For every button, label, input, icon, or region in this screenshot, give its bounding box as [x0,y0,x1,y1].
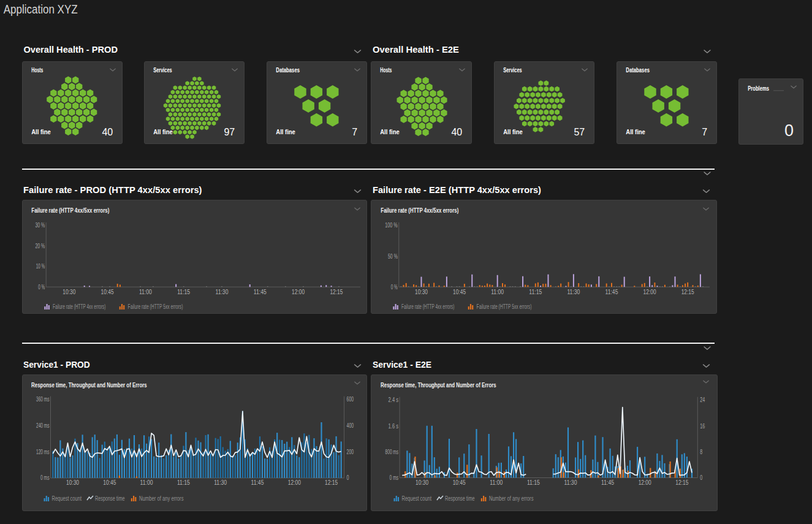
svg-text:30 %: 30 % [35,222,45,229]
svg-text:Request count: Request count [52,495,82,502]
svg-text:24: 24 [700,397,705,403]
svg-text:Services: Services [503,66,522,74]
svg-text:12:15: 12:15 [681,289,694,295]
svg-text:7: 7 [702,127,707,137]
svg-text:12:15: 12:15 [675,479,688,486]
svg-text:Databases: Databases [626,66,650,74]
svg-text:Failure rate - PROD (HTTP 4xx/: Failure rate - PROD (HTTP 4xx/5xx errors… [23,184,202,195]
svg-text:Failure rate (HTTP 4xx errors): Failure rate (HTTP 4xx errors) [401,303,455,310]
svg-text:Hosts: Hosts [31,66,43,74]
svg-text:All fine: All fine [626,128,645,135]
svg-text:10:45: 10:45 [101,289,114,295]
svg-text:10:45: 10:45 [453,479,466,486]
svg-text:10:30: 10:30 [415,479,428,486]
svg-text:Databases: Databases [276,66,300,74]
svg-text:Number of any errors: Number of any errors [489,495,534,502]
svg-text:57: 57 [574,127,585,137]
svg-text:Service1 - PROD: Service1 - PROD [23,359,90,370]
svg-text:12:00: 12:00 [639,479,651,486]
svg-text:11:30: 11:30 [214,479,227,486]
svg-text:Services: Services [153,66,172,74]
svg-text:800 ms: 800 ms [385,449,399,455]
svg-text:Failure rate (HTTP 5xx errors): Failure rate (HTTP 5xx errors) [128,303,183,310]
svg-text:0 ms: 0 ms [390,474,399,481]
svg-text:Overall Health - PROD: Overall Health - PROD [24,44,118,55]
svg-text:100 %: 100 % [385,222,398,229]
svg-text:Failure rate - E2E (HTTP 4xx/5: Failure rate - E2E (HTTP 4xx/5xx errors) [373,184,541,195]
svg-text:400: 400 [347,422,354,429]
svg-text:40: 40 [102,127,113,137]
svg-text:10:30: 10:30 [415,289,428,295]
svg-text:20 %: 20 % [35,243,45,249]
svg-text:0 %: 0 % [391,284,398,290]
svg-text:0 ms: 0 ms [40,474,50,481]
svg-text:12:15: 12:15 [330,289,343,295]
svg-text:11:00: 11:00 [491,289,504,295]
svg-text:Response time, Throughput and: Response time, Throughput and Number of … [381,381,496,389]
svg-text:Problems: Problems [748,85,769,92]
svg-text:11:15: 11:15 [177,479,190,486]
svg-text:11:15: 11:15 [527,479,540,486]
svg-text:600: 600 [347,396,354,403]
svg-text:Hosts: Hosts [380,66,392,74]
svg-text:11:15: 11:15 [529,289,542,295]
svg-text:12:00: 12:00 [288,479,301,486]
svg-text:11:45: 11:45 [251,479,264,486]
svg-text:10:45: 10:45 [103,479,116,486]
svg-text:All fine: All fine [380,128,400,135]
svg-text:8: 8 [700,449,702,455]
svg-text:Request count: Request count [402,495,432,502]
svg-text:10:30: 10:30 [63,289,75,295]
svg-text:Overall Health - E2E: Overall Health - E2E [373,44,459,55]
svg-text:16: 16 [700,423,705,430]
svg-text:11:15: 11:15 [177,289,190,295]
svg-text:Response time: Response time [95,495,125,502]
svg-text:11:00: 11:00 [140,479,153,486]
svg-text:Application XYZ: Application XYZ [4,2,78,16]
svg-text:97: 97 [224,127,235,137]
svg-text:0: 0 [784,121,794,140]
svg-text:11:30: 11:30 [216,289,229,295]
svg-text:10 %: 10 % [36,263,45,270]
svg-text:Failure rate (HTTP 4xx errors): Failure rate (HTTP 4xx errors) [53,303,106,310]
svg-text:11:00: 11:00 [139,289,152,295]
svg-text:10:30: 10:30 [66,479,79,486]
svg-text:All fine: All fine [503,128,523,135]
svg-text:12:15: 12:15 [325,479,338,486]
svg-text:11:00: 11:00 [490,479,503,486]
svg-text:All fine: All fine [276,128,295,135]
svg-text:50 %: 50 % [388,253,398,260]
svg-text:12:00: 12:00 [643,289,656,295]
svg-text:11:45: 11:45 [601,479,614,486]
svg-text:11:45: 11:45 [254,289,267,295]
svg-text:40: 40 [451,127,462,137]
svg-text:0: 0 [700,474,702,481]
svg-text:2.4 s: 2.4 s [389,397,399,403]
svg-text:11:45: 11:45 [605,289,618,295]
svg-text:Response time: Response time [445,495,475,502]
svg-text:240 ms: 240 ms [36,422,50,429]
svg-text:10:45: 10:45 [453,289,466,295]
svg-text:11:30: 11:30 [567,289,580,295]
svg-text:All fine: All fine [31,128,51,135]
svg-text:1.6 s: 1.6 s [389,423,399,430]
svg-text:All fine: All fine [153,128,173,135]
svg-text:Response time, Throughput and: Response time, Throughput and Number of … [31,381,147,389]
svg-text:12:00: 12:00 [292,289,305,295]
svg-text:Number of any errors: Number of any errors [139,495,184,502]
svg-text:7: 7 [352,127,357,137]
svg-text:0 %: 0 % [38,284,45,290]
svg-text:120 ms: 120 ms [36,449,50,455]
svg-text:200: 200 [347,449,354,455]
svg-text:Failure rate (HTTP 4xx/5xx err: Failure rate (HTTP 4xx/5xx errors) [31,207,109,214]
svg-text:Failure rate (HTTP 4xx/5xx err: Failure rate (HTTP 4xx/5xx errors) [381,207,458,214]
svg-text:0: 0 [347,474,349,481]
svg-text:Service1 - E2E: Service1 - E2E [373,359,431,370]
svg-text:360 ms: 360 ms [36,396,50,403]
svg-text:Failure rate (HTTP 5xx errors): Failure rate (HTTP 5xx errors) [477,303,532,310]
svg-text:11:30: 11:30 [564,479,577,486]
